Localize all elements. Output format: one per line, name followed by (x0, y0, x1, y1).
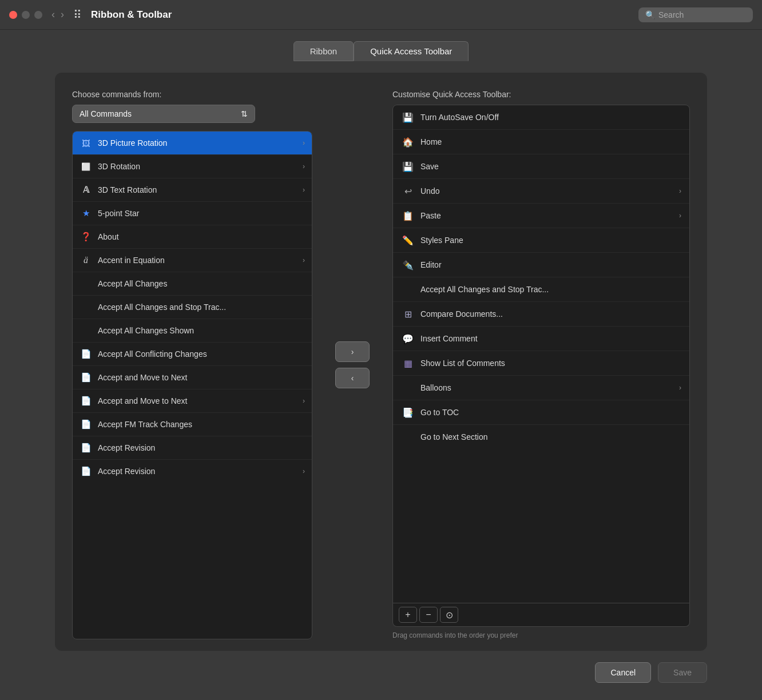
search-input[interactable] (658, 10, 739, 19)
toolbar-go-toc[interactable]: 📑 Go to TOC (393, 400, 689, 425)
save-floppy-icon: 💾 (401, 160, 415, 173)
cmd-icon-accept-fm: 📄 (80, 418, 92, 431)
back-arrow[interactable]: ‹ (51, 9, 55, 21)
cmd-accept-all-stop[interactable]: Accept All Changes and Stop Trac... (73, 296, 312, 319)
cmd-5-point-star[interactable]: ★ 5-point Star (73, 202, 312, 225)
remove-from-toolbar-button[interactable]: ‹ (335, 368, 370, 388)
toolbar-undo[interactable]: ↩ Undo › (393, 179, 689, 204)
cmd-3d-rotation[interactable]: ⬜ 3D Rotation › (73, 155, 312, 178)
minus-icon: − (426, 610, 431, 620)
cmd-icon-accept-all (80, 277, 92, 290)
home-icon: 🏠 (401, 135, 415, 149)
cmd-accept-all[interactable]: Accept All Changes (73, 272, 312, 296)
search-bar[interactable]: 🔍 (638, 7, 753, 22)
toolbar-balloons[interactable]: Balloons › (393, 376, 689, 400)
toolbar-go-next-section[interactable]: Go to Next Section (393, 425, 689, 449)
toolbar-paste[interactable]: 📋 Paste › (393, 204, 689, 228)
cmd-icon-accent: ä (80, 254, 92, 267)
add-item-button[interactable]: + (399, 607, 417, 623)
choose-commands-label: Choose commands from: (72, 90, 312, 99)
toolbar-submenu-arrow: › (679, 212, 681, 220)
cmd-icon-accept-rev2: 📄 (80, 465, 92, 478)
cmd-accept-all-shown[interactable]: Accept All Changes Shown (73, 319, 312, 343)
cmd-icon-about: ❓ (80, 230, 92, 243)
bottom-buttons: Cancel Save (55, 651, 707, 683)
cmd-label: Accept All Conflicting Changes (98, 349, 207, 359)
cmd-accept-move1[interactable]: 📄 Accept and Move to Next (73, 366, 312, 389)
insert-comment-icon: 💬 (401, 332, 415, 345)
commands-dropdown[interactable]: All Commands ⇅ (72, 105, 255, 123)
toolbar-autosave[interactable]: 💾 Turn AutoSave On/Off (393, 105, 689, 130)
toolbar-show-comments[interactable]: ▦ Show List of Comments (393, 351, 689, 376)
center-controls: › ‹ (330, 90, 375, 639)
toolbar-item-label: Show List of Comments (420, 359, 505, 368)
remove-item-button[interactable]: − (419, 607, 438, 623)
cmd-label: Accept Revision (98, 443, 155, 452)
cmd-icon-accept-all-stop (80, 301, 92, 313)
cmd-icon-3d-rotation: ⬜ (80, 160, 92, 173)
toolbar-accept-stop[interactable]: Accept All Changes and Stop Trac... (393, 277, 689, 302)
cmd-accept-conflicting[interactable]: 📄 Accept All Conflicting Changes (73, 343, 312, 366)
cmd-label: Accept FM Track Changes (98, 420, 192, 429)
panel: Choose commands from: All Commands ⇅ 🖼 3… (55, 73, 707, 651)
cmd-about[interactable]: ❓ About (73, 225, 312, 249)
editor-icon: ✒️ (401, 258, 415, 272)
autosave-icon: 💾 (401, 110, 415, 124)
cmd-label: Accept All Changes and Stop Trac... (98, 303, 226, 312)
cmd-icon-3d-picture: 🖼 (80, 137, 92, 149)
cmd-3d-text-rotation[interactable]: 𝔸 3D Text Rotation › (73, 178, 312, 202)
cmd-submenu-arrow: › (303, 397, 305, 405)
fullscreen-button[interactable] (34, 11, 42, 19)
accept-stop-icon (401, 283, 415, 296)
nav-arrows: ‹ › (51, 9, 64, 21)
toolbar-actions: + − ⊙ (392, 603, 690, 627)
toolbar-save[interactable]: 💾 Save (393, 154, 689, 179)
toolbar-insert-comment[interactable]: 💬 Insert Comment (393, 327, 689, 351)
cmd-label: 3D Text Rotation (98, 185, 157, 194)
cmd-label: Accept All Changes Shown (98, 326, 194, 335)
cmd-submenu-arrow: › (303, 186, 305, 194)
go-toc-icon: 📑 (401, 405, 415, 419)
toolbar-home[interactable]: 🏠 Home (393, 130, 689, 154)
toolbar-editor[interactable]: ✒️ Editor (393, 253, 689, 277)
cmd-accept-fm-track[interactable]: 📄 Accept FM Track Changes (73, 413, 312, 436)
cmd-accept-revision2[interactable]: 📄 Accept Revision › (73, 460, 312, 483)
cmd-icon-accept-all-shown (80, 324, 92, 337)
tab-quick-access[interactable]: Quick Access Toolbar (354, 41, 469, 61)
toolbar-item-label: Save (420, 162, 439, 171)
toolbar-item-label: Insert Comment (420, 334, 478, 343)
cmd-accept-revision1[interactable]: 📄 Accept Revision (73, 436, 312, 460)
toolbar-list[interactable]: 💾 Turn AutoSave On/Off 🏠 Home 💾 Save (392, 105, 690, 603)
close-button[interactable] (9, 11, 17, 19)
cmd-label: 5-point Star (98, 209, 139, 218)
cmd-icon-3d-text: 𝔸 (80, 184, 92, 196)
toolbar-compare[interactable]: ⊞ Compare Documents... (393, 302, 689, 327)
toolbar-item-label: Balloons (420, 383, 451, 392)
toolbar-item-label: Undo (420, 186, 439, 196)
dropdown-value: All Commands (80, 109, 132, 118)
cmd-label: Accent in Equation (98, 256, 165, 265)
toolbar-item-label: Compare Documents... (420, 309, 503, 319)
more-options-button[interactable]: ⊙ (440, 607, 458, 623)
toolbar-styles-pane[interactable]: ✏️ Styles Pane (393, 228, 689, 253)
add-to-toolbar-button[interactable]: › (335, 341, 370, 362)
toolbar-item-label: Turn AutoSave On/Off (420, 113, 499, 122)
toolbar-item-label: Go to Next Section (420, 432, 488, 442)
toolbar-item-label: Home (420, 137, 442, 146)
cmd-accent-equation[interactable]: ä Accent in Equation › (73, 249, 312, 272)
minimize-button[interactable] (22, 11, 30, 19)
cmd-label: 3D Rotation (98, 162, 140, 171)
main-content: Ribbon Quick Access Toolbar Choose comma… (0, 30, 762, 700)
forward-arrow[interactable]: › (61, 9, 64, 21)
cmd-accept-move2[interactable]: 📄 Accept and Move to Next › (73, 389, 312, 413)
cmd-3d-picture-rotation[interactable]: 🖼 3D Picture Rotation › (73, 132, 312, 155)
cmd-icon-conflicting: 📄 (80, 348, 92, 360)
add-icon: + (405, 610, 410, 620)
tab-ribbon[interactable]: Ribbon (293, 41, 354, 61)
cmd-icon-accept-rev1: 📄 (80, 442, 92, 454)
cmd-icon-accept-move2: 📄 (80, 395, 92, 407)
save-button[interactable]: Save (658, 662, 707, 683)
toolbar-submenu-arrow: › (679, 384, 681, 392)
cancel-button[interactable]: Cancel (595, 662, 651, 683)
commands-list[interactable]: 🖼 3D Picture Rotation › ⬜ 3D Rotation › … (72, 131, 312, 639)
